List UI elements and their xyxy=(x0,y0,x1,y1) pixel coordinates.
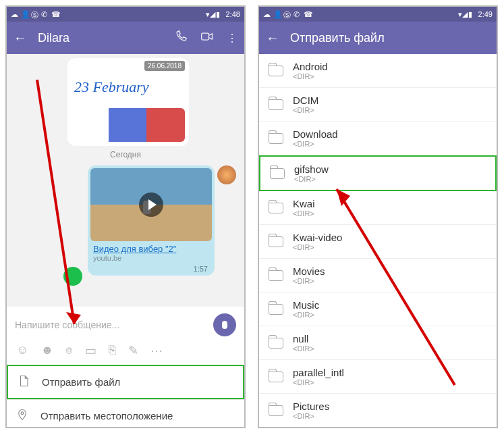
battery-icon: ▮ xyxy=(468,10,476,18)
more-icon[interactable]: ⋯ xyxy=(150,343,163,358)
app-icon: 👤 xyxy=(273,10,281,18)
video-link-title[interactable]: Видео для вибер "2" xyxy=(90,241,212,254)
folder-type: <DIR> xyxy=(294,175,329,183)
picker-title: Отправить файл xyxy=(290,31,490,45)
folder-row[interactable]: Music<DIR> xyxy=(259,292,497,326)
folder-icon xyxy=(270,168,285,179)
folder-type: <DIR> xyxy=(293,140,338,148)
viber-icon: ☎ xyxy=(51,10,59,18)
menu-label: Отправить файл xyxy=(42,376,120,388)
battery-icon: ▮ xyxy=(216,10,224,18)
folder-type: <DIR> xyxy=(293,243,342,251)
folder-name: gifshow xyxy=(294,163,329,175)
file-icon xyxy=(18,374,32,390)
video-link-source: youtu.be xyxy=(90,254,212,265)
back-icon[interactable]: ← xyxy=(13,30,27,46)
folder-name: Download xyxy=(293,128,338,140)
image-content xyxy=(72,108,185,142)
folder-name: Music xyxy=(293,299,319,311)
screenshot-viber-chat: ☁ 👤 Ⓢ ✆ ☎ ▾◢ ▮ 2:48 ← Dilara ⋮ 26.06.201… xyxy=(5,5,246,428)
file-list[interactable]: Android<DIR> DCIM<DIR> Download<DIR> gif… xyxy=(259,54,497,427)
video-thumbnail[interactable] xyxy=(90,168,212,241)
folder-name: DCIM xyxy=(293,95,318,106)
image-message[interactable]: 26.06.2018 23 February xyxy=(67,58,189,146)
folder-name: Movies xyxy=(293,265,325,277)
folder-type: <DIR> xyxy=(293,344,314,353)
folder-icon xyxy=(269,236,283,247)
gif-icon[interactable]: ▭ xyxy=(85,343,96,358)
folder-row-highlighted[interactable]: gifshow<DIR> xyxy=(259,155,497,191)
date-separator: Сегодня xyxy=(7,150,244,159)
menu-send-file[interactable]: Отправить файл xyxy=(7,365,244,399)
viber-icon: ☎ xyxy=(304,10,312,18)
skype-icon: Ⓢ xyxy=(283,10,291,18)
more-icon[interactable]: ⋮ xyxy=(227,32,237,45)
mic-button[interactable] xyxy=(213,313,236,336)
folder-row[interactable]: Kwai<DIR> xyxy=(259,191,497,225)
folder-row[interactable]: DCIM<DIR> xyxy=(259,88,497,122)
folder-icon xyxy=(269,372,283,382)
folder-type: <DIR> xyxy=(293,72,328,80)
folder-name: parallel_intl xyxy=(293,367,344,378)
toolbar: ☺ ☻ ⌾ ▭ ⎘ ✎ ⋯ xyxy=(7,343,244,365)
skype-icon: Ⓢ xyxy=(31,10,39,18)
play-icon[interactable] xyxy=(139,193,163,217)
gallery-icon[interactable]: ⎘ xyxy=(109,343,116,358)
doodle-icon[interactable]: ✎ xyxy=(128,343,138,358)
avatar[interactable] xyxy=(217,165,236,184)
chat-header: ← Dilara ⋮ xyxy=(7,22,244,54)
folder-row[interactable]: null<DIR> xyxy=(259,326,497,360)
folder-type: <DIR> xyxy=(293,311,319,319)
location-icon xyxy=(16,408,31,424)
picker-header: ← Отправить файл xyxy=(259,22,497,54)
app-icon: ☁ xyxy=(11,10,19,18)
menu-send-location[interactable]: Отправить местоположение xyxy=(7,399,244,428)
whatsapp-icon: ✆ xyxy=(41,10,49,18)
folder-icon xyxy=(269,203,283,213)
signal-icon: ▾◢ xyxy=(458,10,466,18)
voice-call-icon[interactable] xyxy=(174,30,188,46)
chat-title[interactable]: Dilara xyxy=(38,31,162,45)
menu-label: Отправить местоположение xyxy=(40,410,173,421)
folder-name: Android xyxy=(293,61,328,72)
back-icon[interactable]: ← xyxy=(266,30,279,46)
folder-icon xyxy=(269,304,283,315)
camera-icon[interactable]: ⌾ xyxy=(65,343,73,358)
signal-icon: ▾◢ xyxy=(206,10,214,18)
folder-row[interactable]: Download<DIR> xyxy=(259,122,497,155)
svg-point-1 xyxy=(21,412,24,415)
folder-name: Kwai-video xyxy=(293,232,342,243)
emoji-icon[interactable]: ☻ xyxy=(40,343,53,358)
image-date: 26.06.2018 xyxy=(144,61,185,71)
image-caption: 23 February xyxy=(74,78,149,96)
folder-icon xyxy=(269,270,283,281)
sticker-button[interactable] xyxy=(63,267,82,286)
folder-name: Pictures xyxy=(293,401,329,412)
folder-type: <DIR> xyxy=(293,106,318,114)
folder-type: <DIR> xyxy=(293,378,344,386)
video-call-icon[interactable] xyxy=(200,30,215,46)
folder-row[interactable]: Android<DIR> xyxy=(259,54,497,88)
app-icon: 👤 xyxy=(21,10,29,18)
folder-type: <DIR> xyxy=(293,209,315,218)
chat-body: 26.06.2018 23 February Сегодня Видео для… xyxy=(7,54,244,307)
folder-icon xyxy=(269,338,283,349)
folder-row[interactable]: Movies<DIR> xyxy=(259,259,497,292)
svg-rect-0 xyxy=(202,33,209,40)
composer: Напишите сообщение... ☺ ☻ ⌾ ▭ ⎘ ✎ ⋯ Отпр… xyxy=(7,307,244,427)
folder-row[interactable]: Kwai-video<DIR> xyxy=(259,225,497,259)
folder-name: Kwai xyxy=(293,198,315,209)
sticker-icon[interactable]: ☺ xyxy=(16,343,28,358)
folder-row[interactable]: Pictures<DIR> xyxy=(259,394,497,427)
folder-name: null xyxy=(293,333,314,344)
status-time: 2:49 xyxy=(478,10,493,18)
message-input[interactable]: Напишите сообщение... xyxy=(15,319,213,330)
status-bar: ☁ 👤 Ⓢ ✆ ☎ ▾◢ ▮ 2:48 xyxy=(7,7,244,22)
folder-row[interactable]: parallel_intl<DIR> xyxy=(259,360,497,394)
whatsapp-icon: ✆ xyxy=(293,10,302,18)
message-time: 1:57 xyxy=(90,265,212,273)
folder-type: <DIR> xyxy=(293,277,325,285)
video-message[interactable]: Видео для вибер "2" youtu.be 1:57 xyxy=(88,165,215,276)
app-icon: ☁ xyxy=(263,10,271,18)
status-time: 2:48 xyxy=(226,10,240,18)
